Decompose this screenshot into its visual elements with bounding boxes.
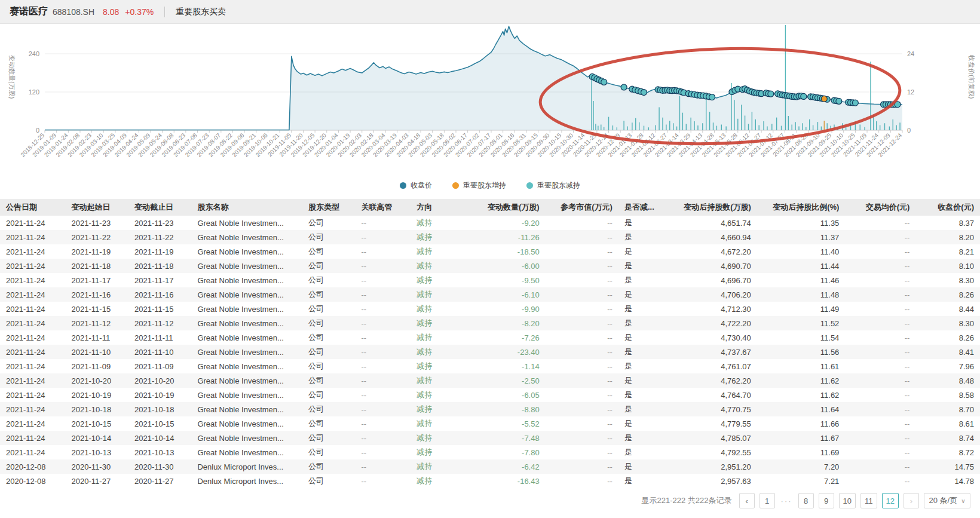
cell-change_amount: -8.20 — [467, 316, 546, 330]
cell-avg_price: -- — [845, 302, 915, 316]
cell-holder_name: Denlux Microport Inves... — [191, 459, 302, 474]
page-size-value: 20 条/页 — [929, 495, 957, 506]
cell-change_amount: -9.50 — [467, 273, 546, 287]
cell-announce_date: 2021-11-24 — [0, 330, 66, 345]
cell-is_reduce: 是 — [618, 302, 667, 316]
cell-shares_after: 4,785.07 — [667, 431, 757, 445]
shareholder-trades-table-section: 公告日期变动起始日变动截止日股东名称股东类型关联高管方向变动数量(万股)参考市值… — [0, 199, 980, 488]
reduce-event-dot[interactable] — [621, 84, 627, 90]
cell-ref_value: -- — [546, 345, 618, 359]
tab-important-shareholder-trading[interactable]: 重要股东买卖 — [176, 7, 226, 17]
cell-direction: 减持 — [411, 459, 467, 474]
increase-event-dot[interactable] — [821, 96, 827, 102]
page-button-8[interactable]: 8 — [798, 493, 814, 508]
chart-canvas[interactable]: 2018-12-252019-01-092019-01-242019-02-08… — [0, 24, 980, 176]
cell-announce_date: 2021-11-24 — [0, 287, 66, 302]
legend-item[interactable]: 重要股东减持 — [526, 180, 580, 191]
cell-is_reduce: 是 — [618, 216, 667, 230]
stock-name: 赛诺医疗 — [10, 5, 48, 18]
cell-holder_type: 公司 — [302, 431, 356, 445]
page-button-11[interactable]: 11 — [860, 493, 877, 508]
cell-holder_type: 公司 — [302, 402, 356, 416]
table-row: 2021-11-242021-10-192021-10-19Great Nobl… — [0, 388, 980, 402]
cell-announce_date: 2021-11-24 — [0, 373, 66, 388]
cell-ratio_after: 11.35 — [757, 216, 846, 230]
cell-ref_value: -- — [546, 273, 618, 287]
column-header-close_price: 收盘价(元) — [915, 199, 980, 216]
page-button-10[interactable]: 10 — [839, 493, 856, 508]
cell-change_start: 2021-10-15 — [66, 416, 128, 431]
cell-ratio_after: 11.56 — [757, 345, 846, 359]
prev-page-button[interactable]: ‹ — [739, 493, 755, 508]
page-size-select[interactable]: 20 条/页∨ — [924, 493, 970, 508]
cell-ref_value: -- — [546, 359, 618, 373]
cell-related_exec: -- — [355, 402, 411, 416]
shareholder-trading-chart[interactable]: 2018-12-252019-01-092019-01-242019-02-08… — [0, 24, 980, 176]
cell-change_end: 2021-11-22 — [128, 230, 191, 244]
cell-shares_after: 2,957.63 — [667, 474, 757, 488]
reduce-event-dot[interactable] — [852, 100, 858, 106]
table-row: 2021-11-242021-11-092021-11-09Great Nobl… — [0, 359, 980, 373]
cell-avg_price: -- — [845, 287, 915, 302]
cell-ref_value: -- — [546, 302, 618, 316]
reduce-event-dot[interactable] — [709, 94, 715, 100]
cell-is_reduce: 是 — [618, 330, 667, 345]
column-header-is_reduce: 是否减... — [618, 199, 667, 216]
cell-avg_price: -- — [845, 359, 915, 373]
legend-item[interactable]: 收盘价 — [400, 180, 432, 191]
cell-avg_price: -- — [845, 431, 915, 445]
reduce-event-dot[interactable] — [836, 98, 842, 104]
cell-holder_type: 公司 — [302, 273, 356, 287]
cell-shares_after: 4,761.07 — [667, 359, 757, 373]
cell-ref_value: -- — [546, 230, 618, 244]
cell-related_exec: -- — [355, 416, 411, 431]
reduce-event-dot[interactable] — [601, 79, 607, 85]
cell-ratio_after: 11.64 — [757, 402, 846, 416]
reduce-event-dot[interactable] — [641, 90, 647, 96]
cell-avg_price: -- — [845, 388, 915, 402]
table-row: 2021-11-242021-11-222021-11-22Great Nobl… — [0, 230, 980, 244]
reduce-event-dot[interactable] — [801, 93, 807, 99]
cell-ratio_after: 11.62 — [757, 373, 846, 388]
cell-ref_value: -- — [546, 431, 618, 445]
cell-change_start: 2021-11-22 — [66, 230, 128, 244]
cell-change_start: 2021-10-14 — [66, 431, 128, 445]
cell-announce_date: 2020-12-08 — [0, 474, 66, 488]
cell-ratio_after: 11.40 — [757, 244, 846, 259]
legend-item[interactable]: 重要股东增持 — [452, 180, 506, 191]
cell-change_start: 2020-11-27 — [66, 474, 128, 488]
cell-holder_type: 公司 — [302, 302, 356, 316]
cell-avg_price: -- — [845, 416, 915, 431]
cell-avg_price: -- — [845, 244, 915, 259]
cell-announce_date: 2021-11-24 — [0, 345, 66, 359]
cell-shares_after: 4,651.74 — [667, 216, 757, 230]
reduce-event-dot[interactable] — [768, 91, 774, 97]
cell-shares_after: 4,672.20 — [667, 244, 757, 259]
cell-change_amount: -23.40 — [467, 345, 546, 359]
cell-ratio_after: 11.37 — [757, 230, 846, 244]
page-button-9[interactable]: 9 — [819, 493, 834, 508]
cell-change_start: 2021-11-17 — [66, 273, 128, 287]
cell-is_reduce: 是 — [618, 244, 667, 259]
cell-direction: 减持 — [411, 402, 467, 416]
cell-holder_name: Great Noble Investmen... — [191, 259, 302, 273]
cell-direction: 减持 — [411, 431, 467, 445]
page-ellipsis[interactable]: ··· — [780, 496, 794, 505]
cell-related_exec: -- — [355, 244, 411, 259]
cell-close_price: 14.78 — [915, 474, 980, 488]
page-button-12[interactable]: 12 — [882, 493, 899, 508]
cell-shares_after: 4,712.30 — [667, 302, 757, 316]
cell-direction: 减持 — [411, 316, 467, 330]
page-button-1[interactable]: 1 — [760, 493, 775, 508]
stock-change: +0.37% — [125, 7, 154, 17]
cell-ref_value: -- — [546, 445, 618, 459]
stock-price: 8.08 — [103, 7, 119, 17]
table-row: 2021-11-242021-11-172021-11-17Great Nobl… — [0, 273, 980, 287]
cell-change_end: 2021-10-20 — [128, 373, 191, 388]
cell-shares_after: 4,779.55 — [667, 416, 757, 431]
cell-shares_after: 4,660.94 — [667, 230, 757, 244]
cell-direction: 减持 — [411, 330, 467, 345]
column-header-shares_after: 变动后持股数(万股) — [667, 199, 757, 216]
column-header-change_end: 变动截止日 — [128, 199, 191, 216]
cell-is_reduce: 是 — [618, 445, 667, 459]
